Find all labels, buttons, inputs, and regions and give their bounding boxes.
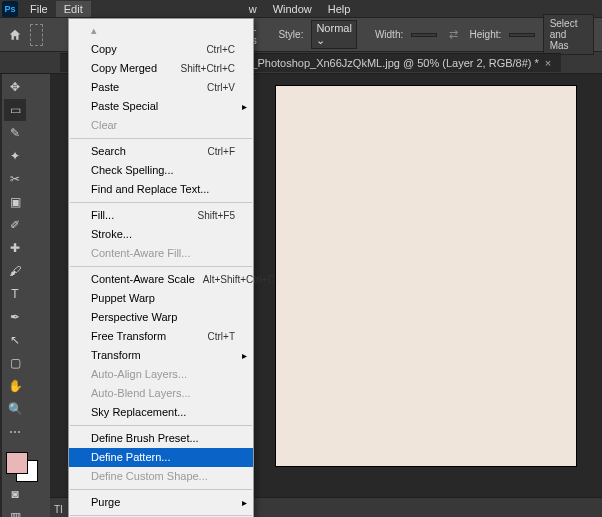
menu-define-pattern[interactable]: Define Pattern... bbox=[69, 448, 253, 467]
menu-transform[interactable]: Transform bbox=[69, 346, 253, 365]
menu-purge[interactable]: Purge bbox=[69, 493, 253, 512]
menu-find-replace[interactable]: Find and Replace Text... bbox=[69, 180, 253, 199]
separator bbox=[70, 138, 252, 139]
type-tool[interactable]: T bbox=[4, 283, 26, 305]
menu-edit[interactable]: Edit bbox=[56, 1, 91, 17]
menu-define-shape: Define Custom Shape... bbox=[69, 467, 253, 486]
menu-paste-special[interactable]: Paste Special bbox=[69, 97, 253, 116]
quickselect-tool[interactable]: ✦ bbox=[4, 145, 26, 167]
menu-puppet-warp[interactable]: Puppet Warp bbox=[69, 289, 253, 308]
eyedropper-tool[interactable]: ✐ bbox=[4, 214, 26, 236]
zoom-tool[interactable]: 🔍 bbox=[4, 398, 26, 420]
toolbox: ✥ ▭ ✎ ✦ ✂ ▣ ✐ ✚ 🖌 T ✒ ↖ ▢ ✋ 🔍 ⋯ ◙ ▥ bbox=[2, 74, 50, 517]
menu-sky-replacement[interactable]: Sky Replacement... bbox=[69, 403, 253, 422]
quickmask-tool[interactable]: ◙ bbox=[4, 483, 26, 505]
menu-copy-merged[interactable]: Copy MergedShift+Ctrl+C bbox=[69, 59, 253, 78]
move-tool[interactable]: ✥ bbox=[4, 76, 26, 98]
menu-copy[interactable]: CopyCtrl+C bbox=[69, 40, 253, 59]
status-label: TI bbox=[54, 504, 63, 515]
path-tool[interactable]: ↖ bbox=[4, 329, 26, 351]
shape-tool[interactable]: ▢ bbox=[4, 352, 26, 374]
home-icon[interactable] bbox=[8, 26, 22, 44]
style-label: Style: bbox=[278, 29, 303, 40]
menu-stroke[interactable]: Stroke... bbox=[69, 225, 253, 244]
height-label: Height: bbox=[470, 29, 502, 40]
menu-define-brush[interactable]: Define Brush Preset... bbox=[69, 429, 253, 448]
select-and-mask-button[interactable]: Select and Mas bbox=[543, 14, 594, 55]
crop-tool[interactable]: ✂ bbox=[4, 168, 26, 190]
menu-check-spelling[interactable]: Check Spelling... bbox=[69, 161, 253, 180]
menu-gap bbox=[91, 7, 241, 11]
menu-file[interactable]: File bbox=[22, 1, 56, 17]
style-select[interactable]: Normal ⌄ bbox=[311, 20, 356, 49]
separator bbox=[70, 489, 252, 490]
menu-clear: Clear bbox=[69, 116, 253, 135]
menu-perspective-warp[interactable]: Perspective Warp bbox=[69, 308, 253, 327]
separator bbox=[70, 515, 252, 516]
marquee-preview-icon[interactable] bbox=[30, 24, 43, 46]
width-input[interactable] bbox=[411, 33, 436, 37]
separator bbox=[70, 266, 252, 267]
frame-tool[interactable]: ▣ bbox=[4, 191, 26, 213]
menu-auto-align: Auto-Align Layers... bbox=[69, 365, 253, 384]
marquee-tool[interactable]: ▭ bbox=[4, 99, 26, 121]
separator bbox=[70, 425, 252, 426]
pen-tool[interactable]: ✒ bbox=[4, 306, 26, 328]
height-input[interactable] bbox=[509, 33, 534, 37]
app-logo: Ps bbox=[2, 1, 18, 17]
menu-fill[interactable]: Fill...Shift+F5 bbox=[69, 206, 253, 225]
menu-help[interactable]: Help bbox=[320, 1, 359, 17]
menu-content-aware-fill: Content-Aware Fill... bbox=[69, 244, 253, 263]
separator bbox=[70, 202, 252, 203]
menu-paste[interactable]: PasteCtrl+V bbox=[69, 78, 253, 97]
lasso-tool[interactable]: ✎ bbox=[4, 122, 26, 144]
menu-undo: ▴ bbox=[69, 21, 253, 40]
screenmode-tool[interactable]: ▥ bbox=[4, 506, 26, 517]
menu-search[interactable]: SearchCtrl+F bbox=[69, 142, 253, 161]
foreground-color[interactable] bbox=[6, 452, 28, 474]
canvas[interactable] bbox=[276, 86, 576, 466]
hand-tool[interactable]: ✋ bbox=[4, 375, 26, 397]
width-label: Width: bbox=[375, 29, 403, 40]
healing-tool[interactable]: ✚ bbox=[4, 237, 26, 259]
menu-w[interactable]: w bbox=[241, 1, 265, 17]
swap-icon[interactable]: ⇄ bbox=[449, 28, 458, 41]
menu-content-aware-scale[interactable]: Content-Aware ScaleAlt+Shift+Ctrl+C bbox=[69, 270, 253, 289]
color-swatches[interactable] bbox=[4, 448, 48, 482]
edit-menu-dropdown: ▴ CopyCtrl+C Copy MergedShift+Ctrl+C Pas… bbox=[68, 18, 254, 517]
more-tool[interactable]: ⋯ bbox=[4, 421, 26, 443]
chevron-down-icon: ⌄ bbox=[316, 34, 325, 46]
menu-auto-blend: Auto-Blend Layers... bbox=[69, 384, 253, 403]
menu-free-transform[interactable]: Free TransformCtrl+T bbox=[69, 327, 253, 346]
menu-window[interactable]: Window bbox=[265, 1, 320, 17]
brush-tool[interactable]: 🖌 bbox=[4, 260, 26, 282]
close-icon[interactable]: × bbox=[545, 57, 551, 69]
menubar: Ps File Edit w Window Help bbox=[0, 0, 602, 18]
